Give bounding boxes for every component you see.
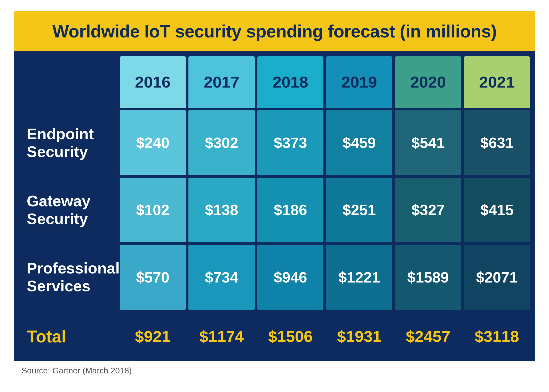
endpoint-2017: $302 [188,110,255,175]
chart-container: Worldwide IoT security spending forecast… [14,11,535,381]
professional-2020: $1589 [395,245,461,309]
source-citation: Source: Gartner (March 2018) [14,361,535,381]
year-header-2018: 2018 [257,56,324,108]
endpoint-2020: $541 [395,110,461,175]
year-header-2020: 2020 [395,56,461,108]
total-2021: $3118 [464,312,530,361]
gateway-2018: $186 [257,178,324,242]
professional-2018: $946 [257,245,324,309]
professional-2019: $1221 [326,245,392,309]
gateway-2019: $251 [326,178,392,242]
year-header-2021: 2021 [464,56,530,108]
professional-2017: $734 [188,245,255,309]
title-bar: Worldwide IoT security spending forecast… [14,11,535,51]
professional-services-label: Professional Services [19,245,117,309]
header-spacer [19,56,117,108]
professional-2021: $2071 [464,245,530,309]
endpoint-2016: $240 [120,110,186,175]
total-2020: $2457 [395,312,461,361]
year-header-2016: 2016 [120,56,186,108]
table-wrapper: 2016 2017 2018 2019 2020 2021 Endpoint S… [14,51,535,361]
endpoint-2021: $631 [464,110,530,175]
gateway-2021: $415 [464,178,530,242]
professional-2016: $570 [120,245,186,309]
gateway-2020: $327 [395,178,461,242]
endpoint-2019: $459 [326,110,392,175]
total-2016: $921 [120,312,186,361]
total-label: Total [19,312,117,361]
gateway-2017: $138 [188,178,255,242]
endpoint-2018: $373 [257,110,324,175]
total-2018: $1506 [257,312,324,361]
endpoint-security-label: Endpoint Security [19,110,117,175]
year-header-2017: 2017 [188,56,255,108]
total-2019: $1931 [326,312,392,361]
gateway-2016: $102 [120,178,186,242]
total-2017: $1174 [188,312,255,361]
year-header-2019: 2019 [326,56,392,108]
gateway-security-label: Gateway Security [19,178,117,242]
chart-title: Worldwide IoT security spending forecast… [52,21,497,41]
